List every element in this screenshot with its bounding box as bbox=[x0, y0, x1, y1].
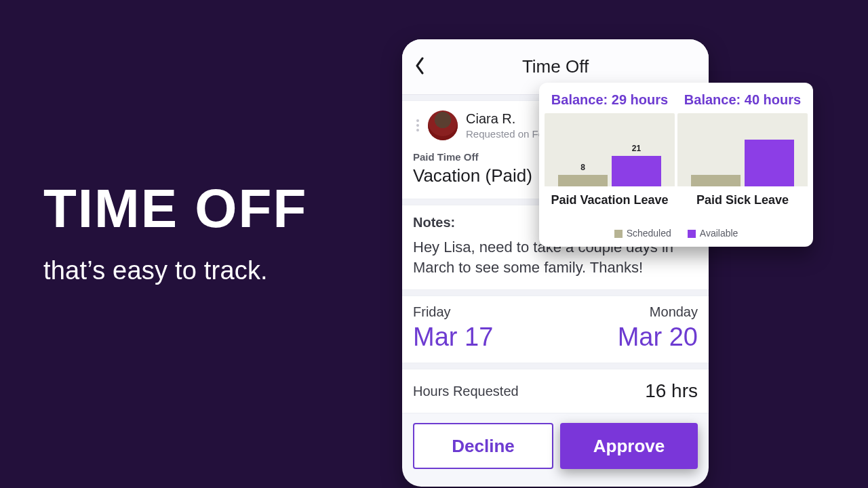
end-day-label: Monday bbox=[650, 304, 698, 320]
chart-legend: Scheduled Available bbox=[539, 224, 813, 247]
balance-title-sick: Balance: 40 hours bbox=[684, 92, 801, 108]
legend-swatch-scheduled bbox=[614, 230, 623, 238]
kebab-icon[interactable] bbox=[413, 119, 422, 131]
promo-block: TIME OFF that’s easy to track. bbox=[43, 183, 307, 285]
hours-row: Hours Requested 16 hrs bbox=[402, 369, 709, 413]
bar-label-available-vac: 21 bbox=[632, 144, 641, 153]
end-date: Mar 20 bbox=[618, 323, 698, 352]
chart-sick: Balance: 40 hours Paid Sick Leave bbox=[677, 92, 808, 224]
approve-button[interactable]: Approve bbox=[560, 423, 698, 469]
chevron-left-icon bbox=[414, 57, 425, 77]
balance-title-vacation: Balance: 29 hours bbox=[551, 92, 668, 108]
bar-available-vac bbox=[612, 156, 661, 186]
start-day-label: Friday bbox=[413, 304, 493, 320]
chart-area-vacation: 8 21 bbox=[545, 113, 675, 186]
chart-name-sick: Paid Sick Leave bbox=[696, 186, 789, 210]
chart-name-vacation: Paid Vacation Leave bbox=[551, 186, 668, 210]
start-date: Mar 17 bbox=[413, 323, 493, 352]
hours-label: Hours Requested bbox=[413, 384, 519, 399]
back-button[interactable] bbox=[414, 39, 444, 94]
hours-value: 16 hrs bbox=[645, 380, 698, 402]
bar-available-sick bbox=[745, 140, 794, 186]
page-title: Time Off bbox=[522, 56, 589, 77]
legend-label-scheduled: Scheduled bbox=[627, 228, 671, 239]
bar-label-scheduled-vac: 8 bbox=[580, 163, 585, 172]
bar-scheduled-vac bbox=[558, 175, 608, 186]
date-range: Friday Mar 17 Monday Mar 20 bbox=[402, 296, 709, 363]
decline-button[interactable]: Decline bbox=[413, 423, 553, 469]
avatar bbox=[428, 110, 458, 140]
action-buttons: Decline Approve bbox=[402, 413, 709, 469]
legend-swatch-available bbox=[688, 230, 696, 238]
bar-scheduled-sick bbox=[691, 175, 741, 186]
balance-popover: Balance: 29 hours 8 21 Paid Vacation Lea… bbox=[539, 83, 813, 247]
promo-title: TIME OFF bbox=[43, 183, 307, 235]
chart-vacation: Balance: 29 hours 8 21 Paid Vacation Lea… bbox=[545, 92, 675, 224]
legend-label-available: Available bbox=[700, 228, 738, 239]
chart-area-sick bbox=[677, 113, 808, 186]
promo-subtitle: that’s easy to track. bbox=[43, 256, 307, 285]
